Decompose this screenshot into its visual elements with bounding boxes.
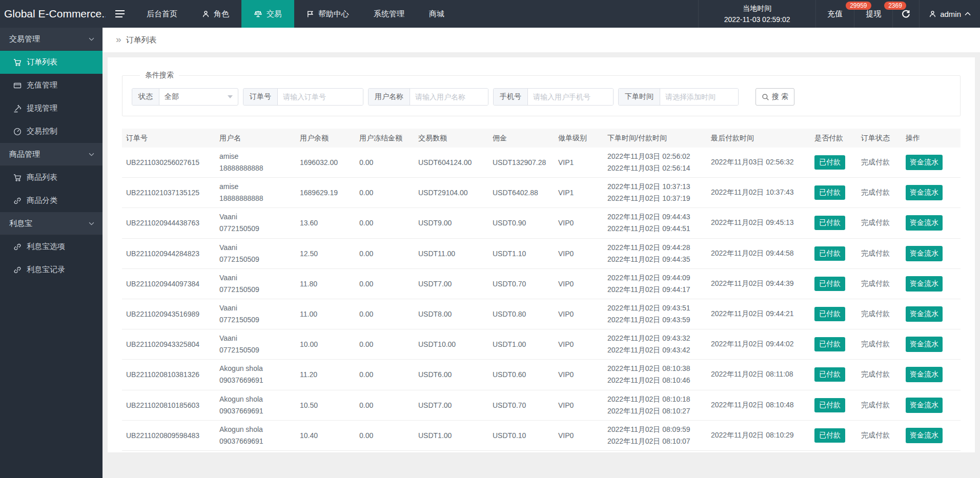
cell-balance: 10.00 bbox=[296, 329, 355, 360]
cell-order-pay-time: 2022年11月03日 02:56:02 2022年11月03日 02:56:1… bbox=[603, 148, 707, 178]
cell-last-pay-time: 2022年11月02日 08:10:29 bbox=[707, 420, 810, 450]
nav-system[interactable]: 系统管理 bbox=[361, 0, 417, 28]
status-label: 状态 bbox=[132, 89, 159, 105]
fund-flow-button[interactable]: 资金流水 bbox=[906, 367, 943, 382]
cell-last-pay-time: 2022年11月02日 08:10:02 bbox=[707, 450, 810, 452]
cell-order-no: UB2211020944438763 bbox=[122, 208, 215, 238]
sidebar-item-interest-records[interactable]: 利息宝记录 bbox=[0, 258, 103, 281]
cell-order-no: UB2211030256027615 bbox=[122, 148, 215, 178]
sidebar-item-goods-category[interactable]: 商品分类 bbox=[0, 189, 103, 212]
paid-badge: 已付款 bbox=[814, 155, 845, 170]
cell-level: VIP0 bbox=[554, 238, 603, 268]
fund-flow-button[interactable]: 资金流水 bbox=[906, 276, 943, 292]
cell-level: VIP0 bbox=[554, 450, 603, 452]
nav-mall[interactable]: 商城 bbox=[417, 0, 457, 28]
cell-order-pay-time: 2022年11月02日 08:09:32 2022年11月02日 08:09:4… bbox=[603, 450, 707, 452]
cell-commission: USDT1.00 bbox=[488, 329, 554, 360]
paid-badge: 已付款 bbox=[814, 185, 845, 200]
group-label: 利息宝 bbox=[9, 219, 32, 228]
sidebar-item-withdraw-mgmt[interactable]: 提现管理 bbox=[0, 97, 103, 120]
sidebar-group-trade[interactable]: 交易管理 bbox=[0, 28, 103, 51]
sidebar-item-recharge-mgmt[interactable]: 充值管理 bbox=[0, 74, 103, 97]
cell-order-no: UB2211020943325804 bbox=[122, 329, 215, 360]
cell-commission: USDT0.70 bbox=[488, 268, 554, 299]
fund-flow-button[interactable]: 资金流水 bbox=[906, 246, 943, 261]
pay-time: 2022年11月02日 08:10:27 bbox=[607, 405, 703, 417]
cell-action: 资金流水 bbox=[902, 268, 961, 299]
sidebar-item-label: 利息宝记录 bbox=[27, 265, 65, 275]
local-time: 当地时间 2022-11-03 02:59:02 bbox=[698, 0, 816, 28]
cell-balance: 13.60 bbox=[296, 208, 355, 238]
cell-user: Akogun shola 09037669691 bbox=[215, 450, 296, 452]
order-no-input[interactable] bbox=[278, 89, 363, 105]
username-input[interactable] bbox=[410, 89, 488, 105]
user-phone: 0772150509 bbox=[219, 284, 292, 296]
nav-label: 商城 bbox=[429, 9, 444, 19]
sidebar-item-trade-control[interactable]: 交易控制 bbox=[0, 120, 103, 143]
gavel-icon bbox=[13, 105, 22, 113]
cell-status: 完成付款 bbox=[857, 268, 902, 299]
cell-commission: USDT0.70 bbox=[488, 390, 554, 420]
cell-amount: USDT7.00 bbox=[414, 268, 488, 299]
recharge-button[interactable]: 充值 29959 bbox=[816, 0, 854, 28]
cell-frozen: 0.00 bbox=[355, 450, 414, 452]
search-button[interactable]: 搜 索 bbox=[756, 88, 794, 106]
user-phone: 0772150509 bbox=[219, 344, 292, 356]
paid-badge: 已付款 bbox=[814, 216, 845, 230]
phone-input[interactable] bbox=[528, 89, 613, 105]
cell-action: 资金流水 bbox=[902, 208, 961, 238]
order-time: 2022年11月02日 08:10:38 bbox=[607, 363, 703, 375]
pay-time: 2022年11月02日 08:10:07 bbox=[607, 435, 703, 447]
user-menu[interactable]: admin bbox=[920, 0, 980, 28]
gauge-icon bbox=[13, 128, 22, 136]
search-fieldset: 条件搜索 状态 全部 订单号 用户名称 bbox=[122, 71, 961, 116]
cell-paid: 已付款 bbox=[810, 299, 857, 329]
sidebar-group-goods[interactable]: 商品管理 bbox=[0, 143, 103, 166]
local-time-label: 当地时间 bbox=[743, 3, 771, 14]
nav-help-center[interactable]: 帮助中心 bbox=[294, 0, 361, 28]
group-label: 商品管理 bbox=[9, 150, 40, 159]
fund-flow-button[interactable]: 资金流水 bbox=[906, 398, 943, 413]
cell-balance: 11.00 bbox=[296, 299, 355, 329]
fund-flow-button[interactable]: 资金流水 bbox=[906, 428, 943, 443]
sidebar-toggle-button[interactable] bbox=[106, 0, 134, 28]
withdraw-button[interactable]: 提现 2369 bbox=[854, 0, 893, 28]
username-filter: 用户名称 bbox=[368, 88, 488, 106]
cell-balance: 11.80 bbox=[296, 268, 355, 299]
cell-amount: USDT8.00 bbox=[414, 299, 488, 329]
fund-flow-button[interactable]: 资金流水 bbox=[906, 215, 943, 231]
sidebar-item-order-list[interactable]: 订单列表 bbox=[0, 51, 103, 74]
nav-roles[interactable]: 角色 bbox=[190, 0, 241, 28]
col-action: 操作 bbox=[902, 129, 961, 148]
cell-status: 完成付款 bbox=[857, 450, 902, 452]
sidebar-item-interest-options[interactable]: 利息宝选项 bbox=[0, 235, 103, 258]
nav-dashboard[interactable]: 后台首页 bbox=[134, 0, 190, 28]
fund-flow-button[interactable]: 资金流水 bbox=[906, 185, 943, 200]
sidebar-item-goods-list[interactable]: 商品列表 bbox=[0, 166, 103, 189]
nav-trade[interactable]: 交易 bbox=[241, 0, 294, 28]
cell-level: VIP0 bbox=[554, 268, 603, 299]
sidebar-group-interest[interactable]: 利息宝 bbox=[0, 212, 103, 235]
page-title: 订单列表 bbox=[126, 35, 157, 45]
table-header: 订单号 用户名 用户余额 用户冻结金额 交易数额 佣金 做单级别 下单时间/付款… bbox=[122, 129, 961, 148]
fund-flow-button[interactable]: 资金流水 bbox=[906, 337, 943, 352]
chevron-down-icon bbox=[89, 37, 94, 41]
cell-frozen: 0.00 bbox=[355, 208, 414, 238]
search-button-label: 搜 索 bbox=[772, 92, 788, 101]
cell-action: 资金流水 bbox=[902, 148, 961, 178]
link-icon bbox=[13, 266, 22, 274]
cell-paid: 已付款 bbox=[810, 238, 857, 268]
cell-frozen: 0.00 bbox=[355, 420, 414, 450]
cell-balance: 12.50 bbox=[296, 238, 355, 268]
cell-frozen: 0.00 bbox=[355, 299, 414, 329]
chevron-up-icon bbox=[965, 12, 971, 16]
col-order-pay-time: 下单时间/付款时间 bbox=[603, 129, 707, 148]
user-phone: 18888888888 bbox=[219, 193, 292, 204]
cell-frozen: 0.00 bbox=[355, 329, 414, 360]
search-legend: 条件搜索 bbox=[140, 71, 179, 80]
order-time-input[interactable] bbox=[660, 89, 738, 105]
cell-amount: USDT11.00 bbox=[414, 238, 488, 268]
fund-flow-button[interactable]: 资金流水 bbox=[906, 155, 943, 170]
fund-flow-button[interactable]: 资金流水 bbox=[906, 306, 943, 322]
status-select[interactable]: 全部 bbox=[159, 89, 238, 105]
